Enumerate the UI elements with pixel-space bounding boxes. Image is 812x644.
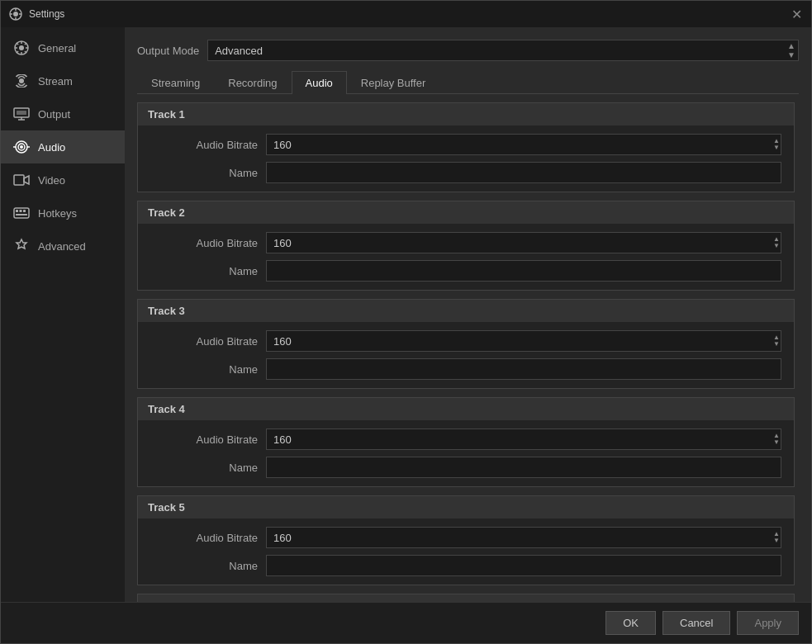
svg-rect-26 bbox=[16, 210, 18, 212]
track-5-name-wrap bbox=[266, 555, 781, 576]
tab-recording[interactable]: Recording bbox=[214, 71, 291, 94]
track-1-bitrate-row: Audio Bitrate ▲▼ bbox=[150, 134, 781, 155]
apply-button[interactable]: Apply bbox=[737, 611, 799, 635]
track-4-header: Track 4 bbox=[138, 398, 794, 420]
track-3-name-label: Name bbox=[150, 363, 258, 376]
hotkeys-icon bbox=[13, 205, 30, 221]
track-5-section: Track 5 Audio Bitrate ▲▼ Name bbox=[137, 495, 795, 585]
sidebar-item-advanced[interactable]: Advanced bbox=[1, 230, 125, 263]
svg-line-12 bbox=[17, 43, 18, 45]
track-1-name-wrap bbox=[266, 162, 781, 183]
sidebar-label-hotkeys: Hotkeys bbox=[38, 207, 77, 220]
svg-point-7 bbox=[19, 45, 24, 50]
content-area: General Stream bbox=[1, 27, 811, 602]
track-4-section: Track 4 Audio Bitrate ▲▼ Name bbox=[137, 397, 795, 487]
tab-audio[interactable]: Audio bbox=[292, 71, 347, 94]
track-2-name-label: Name bbox=[150, 265, 258, 277]
track-1-name-label: Name bbox=[150, 167, 258, 179]
svg-rect-24 bbox=[14, 175, 24, 185]
output-mode-row: Output Mode Advanced Simple ▲▼ bbox=[137, 40, 799, 61]
tab-streaming[interactable]: Streaming bbox=[137, 71, 214, 94]
footer: OK Cancel Apply bbox=[1, 602, 811, 643]
track-3-name-input[interactable] bbox=[266, 358, 781, 380]
track-4-bitrate-input[interactable] bbox=[266, 429, 781, 450]
svg-rect-25 bbox=[14, 208, 29, 218]
track-5-header: Track 5 bbox=[138, 496, 794, 519]
track-5-name-label: Name bbox=[150, 560, 258, 572]
track-2-name-row: Name bbox=[150, 260, 781, 282]
track-1-bitrate-wrap: ▲▼ bbox=[266, 134, 781, 155]
track-1-bitrate-input[interactable] bbox=[266, 134, 781, 155]
track-4-body: Audio Bitrate ▲▼ Name bbox=[138, 420, 794, 486]
track-5-bitrate-label: Audio Bitrate bbox=[150, 532, 258, 544]
output-mode-select-wrapper: Advanced Simple ▲▼ bbox=[207, 40, 799, 61]
track-2-header: Track 2 bbox=[138, 201, 794, 224]
sidebar-item-stream[interactable]: Stream bbox=[1, 64, 125, 97]
svg-point-1 bbox=[13, 12, 18, 17]
track-5-bitrate-row: Audio Bitrate ▲▼ bbox=[150, 527, 781, 548]
sidebar-label-advanced: Advanced bbox=[38, 240, 86, 253]
track-3-body: Audio Bitrate ▲▼ Name bbox=[138, 322, 794, 388]
track-3-header: Track 3 bbox=[138, 300, 794, 322]
output-mode-label: Output Mode bbox=[137, 45, 199, 57]
track-2-bitrate-label: Audio Bitrate bbox=[150, 237, 258, 249]
track-2-section: Track 2 Audio Bitrate ▲▼ Name bbox=[137, 201, 795, 291]
sidebar-item-general[interactable]: General bbox=[1, 31, 125, 64]
track-4-name-wrap bbox=[266, 457, 781, 478]
track-2-name-wrap bbox=[266, 260, 781, 282]
svg-line-13 bbox=[25, 51, 26, 53]
close-button[interactable]: ✕ bbox=[790, 7, 803, 21]
track-4-name-label: Name bbox=[150, 462, 258, 474]
cancel-button[interactable]: Cancel bbox=[662, 611, 730, 635]
svg-line-15 bbox=[17, 51, 18, 53]
sidebar-label-output: Output bbox=[38, 108, 70, 121]
sidebar-label-general: General bbox=[38, 42, 76, 54]
track-3-bitrate-input[interactable] bbox=[266, 330, 781, 352]
tab-replay-buffer[interactable]: Replay Buffer bbox=[347, 71, 440, 94]
track-3-bitrate-wrap: ▲▼ bbox=[266, 330, 781, 352]
track-2-body: Audio Bitrate ▲▼ Name bbox=[138, 224, 794, 290]
svg-point-23 bbox=[20, 145, 23, 149]
track-4-bitrate-wrap: ▲▼ bbox=[266, 429, 781, 450]
output-mode-select[interactable]: Advanced Simple bbox=[207, 40, 799, 61]
svg-rect-20 bbox=[17, 111, 26, 115]
track-4-bitrate-row: Audio Bitrate ▲▼ bbox=[150, 429, 781, 450]
track-2-bitrate-wrap: ▲▼ bbox=[266, 232, 781, 253]
track-1-bitrate-label: Audio Bitrate bbox=[150, 139, 258, 151]
track-6-section: Track 6 Audio Bitrate ▲▼ Name bbox=[137, 594, 795, 602]
track-2-name-input[interactable] bbox=[266, 260, 781, 282]
track-1-name-row: Name bbox=[150, 162, 781, 183]
track-2-bitrate-input[interactable] bbox=[266, 232, 781, 253]
advanced-icon bbox=[13, 238, 30, 254]
track-4-name-input[interactable] bbox=[266, 457, 781, 478]
svg-rect-28 bbox=[23, 210, 26, 212]
track-1-section: Track 1 Audio Bitrate ▲▼ Name bbox=[137, 102, 795, 192]
track-5-name-input[interactable] bbox=[266, 555, 781, 576]
svg-rect-27 bbox=[20, 210, 22, 212]
general-icon bbox=[13, 40, 30, 56]
stream-icon bbox=[13, 73, 30, 89]
track-4-bitrate-label: Audio Bitrate bbox=[150, 433, 258, 446]
tabs-container: Streaming Recording Audio Replay Buffer bbox=[137, 71, 799, 94]
tracks-scroll-area[interactable]: Track 1 Audio Bitrate ▲▼ Name bbox=[137, 102, 799, 602]
ok-button[interactable]: OK bbox=[605, 611, 656, 635]
window-title: Settings bbox=[29, 8, 790, 20]
track-1-body: Audio Bitrate ▲▼ Name bbox=[138, 125, 794, 192]
sidebar-label-video: Video bbox=[38, 174, 65, 187]
sidebar-label-stream: Stream bbox=[38, 75, 73, 88]
track-5-bitrate-input[interactable] bbox=[266, 527, 781, 548]
track-3-bitrate-label: Audio Bitrate bbox=[150, 335, 258, 348]
sidebar-item-hotkeys[interactable]: Hotkeys bbox=[1, 197, 125, 230]
track-3-section: Track 3 Audio Bitrate ▲▼ Name bbox=[137, 299, 795, 389]
track-4-name-row: Name bbox=[150, 457, 781, 478]
sidebar-label-audio: Audio bbox=[38, 141, 65, 154]
sidebar-item-output[interactable]: Output bbox=[1, 97, 125, 130]
svg-line-14 bbox=[25, 43, 26, 45]
audio-icon bbox=[13, 139, 30, 155]
sidebar-item-video[interactable]: Video bbox=[1, 163, 125, 197]
track-1-name-input[interactable] bbox=[266, 162, 781, 183]
svg-rect-29 bbox=[16, 214, 27, 215]
track-3-bitrate-row: Audio Bitrate ▲▼ bbox=[150, 330, 781, 352]
track-5-body: Audio Bitrate ▲▼ Name bbox=[138, 519, 794, 585]
sidebar-item-audio[interactable]: Audio bbox=[1, 130, 125, 163]
